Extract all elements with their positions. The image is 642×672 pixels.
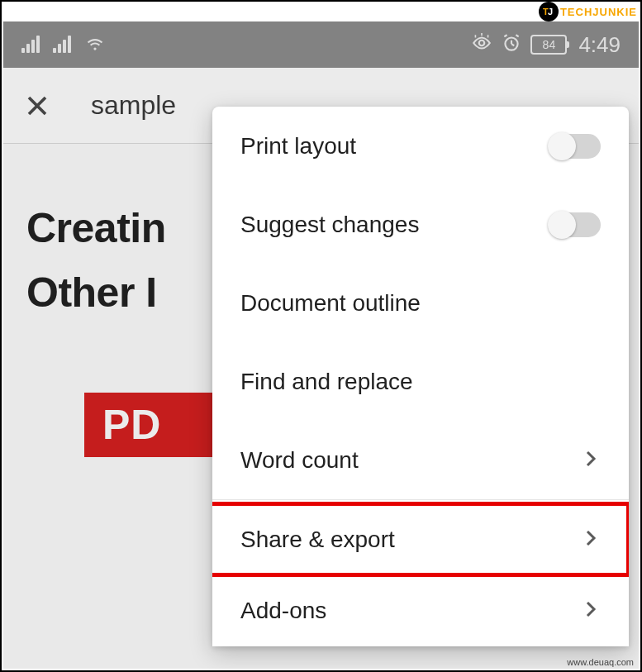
signal-icon xyxy=(21,36,41,53)
pdf-badge: PD xyxy=(84,393,216,457)
chevron-right-icon xyxy=(581,449,601,472)
close-button[interactable] xyxy=(21,90,53,122)
menu-label: Suggest changes xyxy=(240,212,419,238)
wifi-icon xyxy=(84,32,106,57)
menu-label: Share & export xyxy=(240,527,395,553)
menu-word-count[interactable]: Word count xyxy=(212,421,629,499)
eye-icon xyxy=(471,32,492,57)
pdf-badge-text: PD xyxy=(102,401,161,449)
overflow-menu: Print layout Suggest changes Document ou… xyxy=(212,107,629,646)
signal-icon-2 xyxy=(53,36,73,53)
chevron-right-icon xyxy=(581,528,601,551)
menu-label: Word count xyxy=(240,447,359,474)
clock: 4:49 xyxy=(578,32,621,58)
menu-label: Add-ons xyxy=(240,598,326,624)
techjunkie-badge-icon: TJ xyxy=(539,2,559,21)
watermark-top-text: TECHJUNKIE xyxy=(560,6,637,18)
menu-label: Print layout xyxy=(240,133,356,160)
status-bar: 84 4:49 xyxy=(3,21,639,68)
chevron-right-icon xyxy=(581,599,601,622)
svg-line-9 xyxy=(516,35,519,36)
svg-line-8 xyxy=(505,35,507,36)
toggle-print-layout[interactable] xyxy=(549,134,601,159)
watermark-top: TJ TECHJUNKIE xyxy=(539,2,637,21)
svg-line-7 xyxy=(511,44,514,45)
menu-share-export[interactable]: Share & export xyxy=(212,500,629,579)
menu-document-outline[interactable]: Document outline xyxy=(212,264,629,342)
battery-indicator: 84 xyxy=(530,35,567,55)
menu-suggest-changes[interactable]: Suggest changes xyxy=(212,185,629,264)
watermark-bottom: www.deuaq.com xyxy=(567,657,634,667)
menu-add-ons[interactable]: Add-ons xyxy=(212,579,629,643)
menu-label: Document outline xyxy=(240,290,421,317)
menu-label: Find and replace xyxy=(240,369,413,395)
alarm-icon xyxy=(501,32,522,57)
menu-find-replace[interactable]: Find and replace xyxy=(212,342,629,421)
document-title[interactable]: sample xyxy=(91,90,176,121)
battery-level: 84 xyxy=(543,38,556,51)
svg-text:J: J xyxy=(548,7,553,17)
menu-print-layout[interactable]: Print layout xyxy=(212,107,629,185)
toggle-suggest-changes[interactable] xyxy=(549,212,601,237)
